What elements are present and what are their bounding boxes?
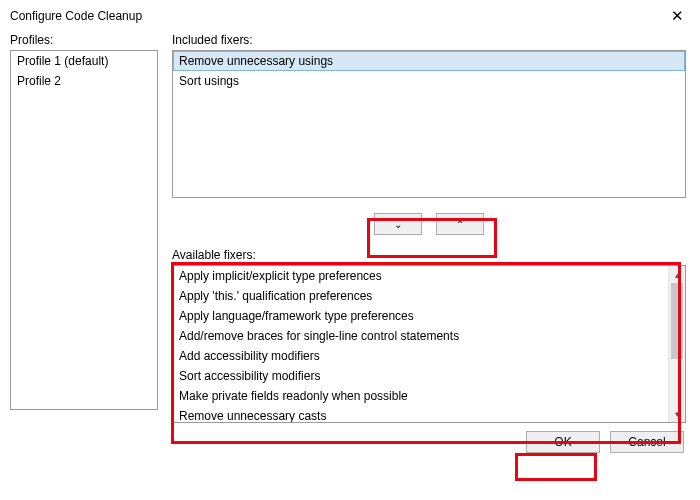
available-fixer-item[interactable]: Apply language/framework type preference… — [173, 306, 668, 326]
close-icon[interactable]: ✕ — [665, 6, 690, 25]
profiles-list[interactable]: Profile 1 (default) Profile 2 — [10, 50, 158, 410]
profiles-column: Profiles: Profile 1 (default) Profile 2 — [10, 33, 158, 423]
available-fixer-item[interactable]: Sort accessibility modifiers — [173, 366, 668, 386]
dialog-body: Profiles: Profile 1 (default) Profile 2 … — [0, 29, 700, 423]
available-fixers-label: Available fixers: — [172, 248, 686, 262]
available-fixers-list[interactable]: Apply implicit/explicit type preferences… — [172, 265, 686, 423]
arrow-button-row: ⌄ ⌃ — [172, 206, 686, 242]
scroll-down-icon[interactable]: ▾ — [669, 405, 685, 422]
cancel-button[interactable]: Cancel — [610, 431, 684, 453]
profiles-label: Profiles: — [10, 33, 158, 47]
available-fixer-item[interactable]: Add accessibility modifiers — [173, 346, 668, 366]
move-up-button[interactable]: ⌃ — [436, 213, 484, 235]
dialog-button-row: OK Cancel — [0, 423, 700, 453]
profile-item[interactable]: Profile 1 (default) — [11, 51, 157, 71]
window-title: Configure Code Cleanup — [10, 9, 142, 23]
chevron-up-icon: ⌃ — [456, 219, 464, 230]
scroll-thumb[interactable] — [671, 283, 683, 359]
fixers-column: Included fixers: Remove unnecessary usin… — [172, 33, 686, 423]
available-fixer-item[interactable]: Apply 'this.' qualification preferences — [173, 286, 668, 306]
profile-item[interactable]: Profile 2 — [11, 71, 157, 91]
highlight-ok — [515, 453, 597, 481]
available-fixer-item[interactable]: Make private fields readonly when possib… — [173, 386, 668, 406]
included-fixer-item[interactable]: Sort usings — [173, 71, 685, 91]
included-fixer-item[interactable]: Remove unnecessary usings — [173, 51, 685, 71]
chevron-down-icon: ⌄ — [394, 219, 402, 230]
ok-button[interactable]: OK — [526, 431, 600, 453]
included-fixers-label: Included fixers: — [172, 33, 686, 47]
available-fixer-item[interactable]: Apply implicit/explicit type preferences — [173, 266, 668, 286]
move-down-button[interactable]: ⌄ — [374, 213, 422, 235]
included-fixers-list[interactable]: Remove unnecessary usings Sort usings — [172, 50, 686, 198]
available-fixer-item[interactable]: Remove unnecessary casts — [173, 406, 668, 423]
available-fixer-item[interactable]: Add/remove braces for single-line contro… — [173, 326, 668, 346]
scroll-up-icon[interactable]: ▴ — [669, 266, 685, 283]
available-fixers-block: Available fixers: Apply implicit/explici… — [172, 248, 686, 423]
titlebar: Configure Code Cleanup ✕ — [0, 0, 700, 29]
scrollbar[interactable]: ▴ ▾ — [668, 266, 685, 422]
